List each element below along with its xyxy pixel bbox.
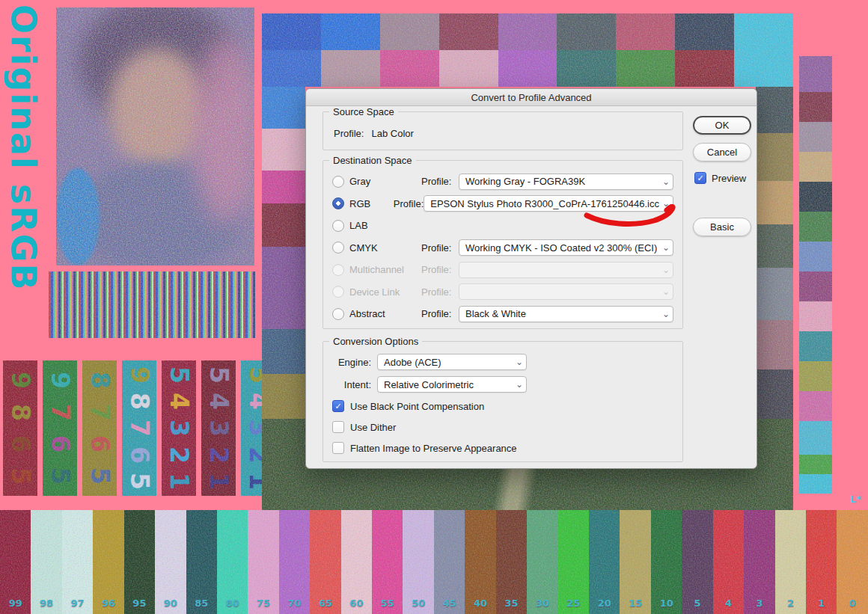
- color-swatch: [799, 301, 832, 331]
- cmyk-profile-select[interactable]: Working CMYK - ISO Coated v2 300% (ECI) …: [459, 239, 673, 256]
- color-swatch: [262, 171, 305, 203]
- color-swatch: [439, 50, 498, 87]
- gray-radio[interactable]: [332, 176, 344, 188]
- color-swatch: [675, 13, 734, 50]
- gray-profile-select[interactable]: Working Gray - FOGRA39K ⌄: [459, 174, 673, 190]
- strip-digit: 9: [48, 372, 73, 389]
- color-swatch: [321, 50, 380, 87]
- color-swatch: [262, 203, 305, 247]
- strip-digit: 8: [8, 404, 33, 421]
- strip-digit: 5: [207, 366, 231, 384]
- lstar-value-label: 75: [248, 598, 278, 609]
- lab-radio-label: LAB: [349, 220, 421, 231]
- black-point-row: ✓ Use Black Point Compensation: [323, 396, 682, 417]
- lstar-ellipse: [31, 518, 61, 597]
- lstar-ellipse: [1, 518, 31, 597]
- lstar-value-label: 85: [186, 598, 217, 609]
- abstract-radio-label: Abstract: [349, 308, 421, 319]
- portrait-texture: [56, 168, 100, 265]
- lstar-ellipse: [186, 518, 216, 597]
- destination-space-group: Destination Space Gray Profile: Working …: [323, 160, 683, 329]
- lstar-ellipse: [652, 518, 682, 597]
- color-number-strip: 54321: [201, 360, 236, 496]
- intent-select[interactable]: Relative Colorimetric ⌄: [377, 376, 527, 393]
- lstar-value-label: 95: [124, 598, 155, 609]
- engine-select[interactable]: Adobe (ACE) ⌄: [377, 354, 527, 370]
- strip-digit: 5: [8, 467, 33, 485]
- engine-row: Engine: Adobe (ACE) ⌄: [323, 351, 682, 373]
- color-swatch: [756, 320, 793, 369]
- strip-digit: 3: [167, 420, 192, 437]
- noise-texture: [49, 271, 255, 338]
- cancel-button[interactable]: Cancel: [693, 143, 751, 162]
- dialog-titlebar[interactable]: Convert to Profile Advanced: [306, 89, 757, 106]
- lstar-ellipse: [528, 518, 557, 597]
- use-dither-checkbox[interactable]: [332, 421, 344, 433]
- color-swatch: [321, 13, 380, 50]
- preview-row: ✓ Preview: [694, 172, 746, 184]
- portrait-texture: [109, 49, 206, 168]
- red-underline-annotation: [578, 204, 690, 231]
- strip-digit: 9: [8, 372, 33, 389]
- color-swatch: [756, 268, 793, 320]
- color-number-strip: 8765: [82, 360, 117, 496]
- color-swatch: [262, 129, 305, 171]
- multichannel-radio: [332, 264, 344, 276]
- color-swatch: [799, 242, 832, 271]
- abstract-profile-select[interactable]: Black & White ⌄: [459, 306, 673, 322]
- color-number-strip: 9765: [43, 360, 77, 496]
- color-swatch: [799, 331, 832, 361]
- lstar-ellipse: [156, 518, 186, 597]
- lstar-value-label: 15: [620, 598, 651, 609]
- lab-radio[interactable]: [332, 220, 344, 232]
- lstar-value-label: 5: [682, 598, 712, 609]
- color-swatch: [756, 369, 793, 419]
- source-profile-value: Lab Color: [371, 128, 413, 139]
- strip-digit: 5: [167, 366, 192, 384]
- lstar-ellipse: [590, 518, 620, 597]
- color-number-strip: 9865: [3, 360, 37, 496]
- color-swatch: [799, 182, 832, 212]
- original-srgb-label: Original sRGB: [3, 4, 43, 304]
- strip-digit: 2: [167, 446, 192, 464]
- multichannel-radio-label: Multichannel: [349, 264, 421, 275]
- lstar-value-label: 25: [558, 598, 589, 609]
- lstar-ellipse: [63, 518, 93, 597]
- use-dither-label: Use Dither: [350, 422, 396, 433]
- cmyk-radio[interactable]: [332, 242, 344, 254]
- color-number-strip: 54321: [162, 360, 196, 496]
- strip-digit: 6: [88, 435, 112, 452]
- strip-digit: 1: [207, 473, 231, 490]
- source-space-legend: Source Space: [329, 106, 398, 117]
- color-swatch: [756, 224, 793, 268]
- strip-digit: 6: [8, 435, 33, 452]
- barcode-test-strip: [49, 271, 255, 338]
- black-point-compensation-label: Use Black Point Compensation: [350, 401, 484, 412]
- lstar-ellipse: [373, 518, 403, 597]
- devicelink-profile-select: ⌄: [459, 283, 673, 300]
- lstar-value-label: 99: [0, 598, 31, 609]
- strip-digit: 8: [88, 372, 112, 389]
- gray-radio-label: Gray: [349, 176, 421, 187]
- color-swatch: [557, 50, 616, 87]
- color-swatch: [756, 87, 793, 133]
- rgb-radio[interactable]: [332, 197, 344, 209]
- strip-digit: 4: [207, 393, 231, 410]
- basic-button[interactable]: Basic: [693, 218, 751, 236]
- lstar-ellipse: [280, 518, 310, 597]
- multichannel-profile-select: ⌄: [459, 262, 673, 278]
- color-swatch: [799, 391, 832, 421]
- intent-row: Intent: Relative Colorimetric ⌄: [323, 373, 682, 396]
- abstract-radio[interactable]: [332, 308, 344, 320]
- color-swatch: [799, 421, 832, 455]
- color-swatch: [262, 247, 305, 329]
- color-swatch: [262, 329, 305, 374]
- ok-button[interactable]: OK: [693, 116, 751, 135]
- black-point-compensation-checkbox[interactable]: ✓: [332, 400, 344, 412]
- strip-digit: 5: [127, 473, 152, 490]
- lstar-ellipse: [218, 518, 248, 597]
- dest-row-gray: Gray Profile: Working Gray - FOGRA39K ⌄: [332, 171, 673, 193]
- flatten-image-checkbox[interactable]: [332, 442, 344, 454]
- preview-checkbox[interactable]: ✓: [694, 172, 706, 184]
- lstar-ellipse: [311, 518, 340, 597]
